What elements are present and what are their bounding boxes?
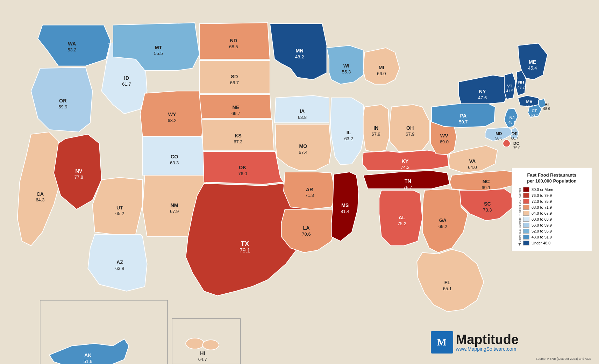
svg-text:70.6: 70.6: [302, 231, 311, 237]
legend-item-48-51: 48.0 to 51.9: [523, 235, 586, 240]
svg-text:DE: DE: [512, 131, 518, 136]
svg-text:60.7: 60.7: [511, 136, 518, 140]
svg-text:41.5: 41.5: [506, 89, 513, 93]
svg-text:48.1: 48.1: [508, 121, 515, 124]
svg-text:64.0: 64.0: [468, 165, 477, 170]
svg-text:WV: WV: [440, 133, 448, 138]
svg-text:OK: OK: [239, 165, 247, 170]
svg-text:69.0: 69.0: [440, 139, 449, 144]
svg-text:64.3: 64.3: [36, 197, 44, 202]
svg-text:68.5: 68.5: [229, 44, 238, 49]
svg-text:67.3: 67.3: [234, 139, 242, 144]
svg-text:74.2: 74.2: [401, 165, 409, 170]
svg-text:NH: NH: [518, 80, 524, 84]
maptitude-url: www.MappingSoftware.com: [456, 346, 519, 352]
svg-text:59.9: 59.9: [58, 104, 67, 109]
legend-item-76-79: 76.0 to 79.9: [523, 193, 586, 198]
svg-text:KY: KY: [401, 158, 408, 164]
svg-text:48.2: 48.2: [295, 54, 304, 59]
svg-text:66.0: 66.0: [377, 71, 386, 76]
svg-text:PA: PA: [460, 113, 467, 119]
legend-item-64-67: 64.0 to 67.9: [523, 211, 586, 216]
svg-text:SD: SD: [231, 74, 238, 79]
source-text: Source: HERE (October 2024) and ACS: [535, 357, 591, 361]
svg-text:IN: IN: [373, 125, 378, 131]
legend-item-80plus: 80.0 or More: [523, 187, 586, 192]
svg-text:63.8: 63.8: [298, 115, 307, 120]
svg-text:69.1: 69.1: [482, 185, 490, 190]
svg-text:MO: MO: [299, 143, 307, 149]
svg-text:NE: NE: [232, 105, 239, 110]
svg-text:HI: HI: [200, 350, 205, 356]
svg-text:45.4: 45.4: [528, 65, 537, 71]
legend-item-60-63: 60.0 to 63.9: [523, 217, 586, 222]
svg-text:56.3: 56.3: [495, 136, 502, 140]
svg-text:RI: RI: [544, 102, 549, 106]
svg-text:VT: VT: [507, 84, 513, 88]
svg-text:WA: WA: [68, 41, 76, 47]
svg-text:LA: LA: [303, 225, 309, 231]
svg-text:47.6: 47.6: [478, 95, 487, 100]
legend-item-under48: Under 48.0: [523, 241, 586, 245]
svg-text:53.2: 53.2: [67, 47, 76, 52]
svg-point-145: [503, 140, 510, 147]
svg-text:AR: AR: [306, 187, 313, 192]
svg-text:71.3: 71.3: [305, 193, 314, 198]
svg-text:50.2: 50.2: [531, 114, 538, 117]
svg-text:69.2: 69.2: [438, 224, 447, 229]
svg-text:73.3: 73.3: [483, 207, 492, 213]
legend-item-52-55: 52.0 to 55.9: [523, 229, 586, 234]
svg-text:CT: CT: [532, 108, 537, 113]
svg-text:65.2: 65.2: [115, 211, 124, 216]
maptitude-text-block: Maptitude www.MappingSoftware.com: [456, 333, 519, 352]
svg-point-154: [202, 340, 219, 350]
legend-box: Fast Food Restaurantsper 100,000 Populat…: [512, 168, 592, 251]
svg-text:61.7: 61.7: [122, 81, 131, 87]
svg-text:VA: VA: [469, 158, 476, 164]
svg-text:67.4: 67.4: [299, 150, 307, 155]
svg-text:48.9: 48.9: [543, 107, 550, 111]
map-container: Concentration of Fast Food Restaurants b…: [0, 0, 599, 364]
svg-text:OH: OH: [406, 125, 414, 131]
svg-text:ME: ME: [529, 59, 536, 65]
svg-point-153: [186, 338, 204, 349]
svg-text:ID: ID: [124, 75, 129, 81]
svg-text:CA: CA: [36, 191, 44, 197]
svg-text:AK: AK: [84, 352, 92, 358]
svg-text:NV: NV: [75, 168, 82, 174]
svg-text:AL: AL: [399, 215, 405, 220]
svg-text:NC: NC: [483, 179, 490, 184]
svg-text:75.2: 75.2: [398, 221, 406, 226]
svg-text:55.3: 55.3: [342, 69, 351, 74]
svg-text:TN: TN: [405, 178, 411, 184]
svg-text:FL: FL: [444, 280, 451, 285]
legend-title: Fast Food Restaurantsper 100,000 Populat…: [518, 172, 586, 184]
svg-text:OR: OR: [59, 98, 67, 104]
svg-text:MD: MD: [495, 131, 502, 136]
svg-text:UT: UT: [116, 205, 123, 210]
maptitude-logo-box: M: [431, 331, 453, 354]
svg-text:SC: SC: [484, 201, 491, 207]
svg-text:ND: ND: [230, 38, 237, 43]
svg-text:IL: IL: [347, 130, 351, 135]
svg-text:AZ: AZ: [116, 259, 123, 265]
svg-text:MA: MA: [526, 99, 533, 104]
svg-text:65.1: 65.1: [443, 286, 452, 291]
svg-text:68.2: 68.2: [167, 118, 176, 123]
svg-text:MS: MS: [341, 202, 349, 208]
svg-text:63.8: 63.8: [115, 266, 124, 271]
svg-text:67.9: 67.9: [406, 131, 414, 137]
svg-text:63.3: 63.3: [170, 160, 179, 165]
svg-text:76.0: 76.0: [238, 171, 247, 176]
svg-text:55.5: 55.5: [154, 51, 163, 56]
legend-item-68-71: 68.0 to 71.9: [523, 205, 586, 210]
svg-text:67.9: 67.9: [170, 209, 179, 214]
svg-text:KS: KS: [235, 133, 242, 138]
svg-text:77.8: 77.8: [74, 174, 83, 180]
svg-text:81.4: 81.4: [341, 209, 349, 214]
map-svg: WA 53.2 OR 59.9 CA 64.3 NV 77.8 ID 61.7 …: [0, 0, 599, 364]
svg-text:IA: IA: [300, 108, 305, 114]
svg-text:69.7: 69.7: [231, 111, 240, 116]
svg-text:66.7: 66.7: [230, 80, 239, 85]
svg-text:CO: CO: [171, 154, 178, 159]
